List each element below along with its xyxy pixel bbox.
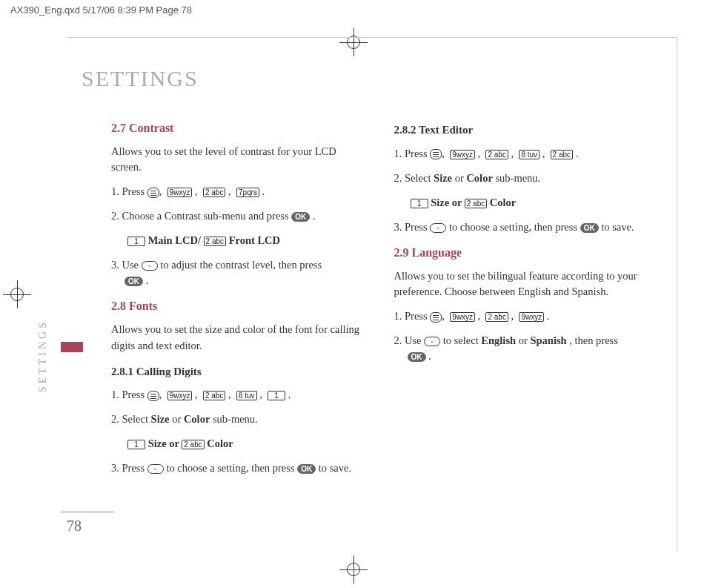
text: 1. Press bbox=[111, 185, 147, 197]
key-1: 1 bbox=[127, 237, 145, 246]
section-2-8-heading: 2.8 Fonts bbox=[111, 297, 365, 314]
nav-key-icon bbox=[430, 223, 446, 233]
text: 3. Use bbox=[111, 259, 142, 271]
section-2-8-2-step1: 1. Press , 9wxyz , 2 abc , 8 tuv , 2 abc… bbox=[394, 146, 648, 162]
nav-key-icon bbox=[424, 337, 440, 346]
section-2-7-step2: 2. Choose a Contrast sub-menu and press … bbox=[111, 208, 365, 224]
section-2-9-step2: 2. Use to select English or Spanish , th… bbox=[394, 333, 648, 364]
text: 3. Press bbox=[394, 221, 431, 233]
key-8: 8 tuv bbox=[236, 391, 257, 400]
text: Color bbox=[184, 413, 210, 425]
ok-key-icon: OK bbox=[408, 352, 426, 362]
text: to save. bbox=[601, 221, 634, 233]
text: 2. Choose a Contrast sub-menu and press bbox=[111, 210, 291, 222]
key-2: 2 abc bbox=[203, 188, 225, 197]
text: . bbox=[313, 210, 316, 222]
key-9: 9wxyz bbox=[450, 150, 475, 159]
menu-key-icon bbox=[147, 188, 159, 198]
ok-key-icon: OK bbox=[291, 212, 310, 222]
section-2-8-2-submenu: 1 Size or 2 abc Color bbox=[411, 195, 648, 211]
key-1: 1 bbox=[411, 199, 428, 208]
text: Color bbox=[207, 437, 233, 449]
text: Color bbox=[490, 196, 516, 208]
key-1: 1 bbox=[268, 391, 285, 400]
page-number: 78 bbox=[67, 518, 82, 535]
text: . bbox=[262, 185, 265, 197]
section-2-7-heading: 2.7 Contrast bbox=[111, 119, 365, 136]
nav-key-icon bbox=[142, 261, 158, 271]
key-2: 2 abc bbox=[204, 237, 226, 246]
section-2-7-submenu: 1 Main LCD/ 2 abc Front LCD bbox=[127, 233, 365, 248]
text: 3. Press bbox=[111, 462, 147, 474]
nav-key-icon bbox=[147, 464, 164, 474]
key-7: 7pqrs bbox=[236, 188, 259, 197]
section-2-7-step3: 3. Use to adjust the contrast level, the… bbox=[111, 257, 365, 288]
ok-key-icon: OK bbox=[125, 277, 143, 286]
section-2-7-intro: Allows you to set the level of contrast … bbox=[111, 144, 365, 175]
text: 2. Use bbox=[394, 334, 425, 346]
key-2: 2 abc bbox=[551, 150, 573, 159]
file-meta-header: AX390_Eng.qxd 5/17/06 8:39 PM Page 78 bbox=[10, 4, 192, 16]
text: or bbox=[519, 334, 531, 346]
menu-key-icon bbox=[147, 391, 159, 401]
section-2-8-2-heading: 2.8.2 Text Editor bbox=[394, 122, 648, 139]
text: English bbox=[481, 334, 516, 346]
key-2: 2 abc bbox=[203, 391, 225, 400]
text: to choose a setting, then press bbox=[449, 221, 580, 233]
text: . bbox=[288, 389, 291, 400]
text: or bbox=[455, 172, 467, 184]
key-9: 9wxyz bbox=[450, 312, 475, 322]
section-2-8-1-step1: 1. Press , 9wxyz , 2 abc , 8 tuv , 1 . bbox=[111, 387, 365, 403]
text: to save. bbox=[319, 462, 351, 474]
key-9: 9wxyz bbox=[167, 188, 193, 197]
section-2-8-1-step2: 2. Select Size or Color sub-menu. bbox=[111, 412, 365, 427]
text: or bbox=[172, 413, 184, 425]
text: Size bbox=[434, 172, 452, 184]
text: sub-menu. bbox=[213, 413, 258, 425]
section-2-8-2-step2: 2. Select Size or Color sub-menu. bbox=[394, 171, 648, 186]
section-2-8-intro: Allows you to set the size and color of … bbox=[111, 322, 365, 353]
text: 2. Select bbox=[394, 172, 434, 184]
text: . bbox=[576, 148, 579, 159]
key-9: 9wxyz bbox=[167, 391, 193, 400]
text: . bbox=[547, 310, 550, 322]
side-accent-bar bbox=[61, 342, 83, 352]
left-column: 2.7 Contrast Allows you to set the level… bbox=[111, 112, 365, 485]
right-column: 2.8.2 Text Editor 1. Press , 9wxyz , 2 a… bbox=[394, 112, 648, 485]
text: 1. Press bbox=[111, 389, 147, 400]
text: 2. Select bbox=[111, 413, 151, 425]
menu-key-icon bbox=[430, 312, 442, 323]
section-2-9-intro: Allows you to set the bilingual feature … bbox=[394, 268, 648, 300]
key-1: 1 bbox=[127, 440, 145, 449]
text: to adjust the contrast level, then press bbox=[160, 259, 322, 271]
crop-mark-bottom bbox=[339, 555, 368, 584]
side-tab-label: SETTINGS bbox=[37, 320, 49, 392]
content-columns: 2.7 Contrast Allows you to set the level… bbox=[67, 112, 677, 485]
ok-key-icon: OK bbox=[580, 223, 599, 233]
text: sub-menu. bbox=[495, 172, 540, 184]
text: to select bbox=[443, 334, 482, 346]
key-2: 2 abc bbox=[485, 312, 508, 322]
text: Front LCD bbox=[229, 234, 280, 246]
section-2-9-heading: 2.9 Language bbox=[394, 244, 648, 261]
text: 1. Press bbox=[394, 148, 431, 159]
text: . bbox=[146, 274, 149, 286]
text: to choose a setting, then press bbox=[166, 462, 297, 474]
text: Size bbox=[151, 413, 170, 425]
key-2: 2 abc bbox=[182, 440, 204, 449]
menu-key-icon bbox=[430, 149, 442, 159]
page-title: SETTINGS bbox=[82, 66, 677, 91]
text: Main LCD/ bbox=[148, 234, 204, 246]
text: Size or bbox=[431, 196, 465, 208]
key-2: 2 abc bbox=[465, 199, 487, 208]
section-2-8-2-step3: 3. Press to choose a setting, then press… bbox=[394, 219, 648, 235]
section-2-8-1-step3: 3. Press to choose a setting, then press… bbox=[111, 460, 365, 476]
text: , then press bbox=[569, 334, 618, 346]
text: Color bbox=[466, 172, 492, 184]
section-2-8-1-heading: 2.8.1 Calling Digits bbox=[111, 364, 365, 380]
key-8: 8 tuv bbox=[519, 150, 540, 159]
section-2-7-step1: 1. Press , 9wxyz , 2 abc , 7pqrs . bbox=[111, 184, 365, 199]
crop-mark-left bbox=[3, 280, 31, 308]
text: Spanish bbox=[530, 334, 566, 346]
key-2: 2 abc bbox=[485, 150, 508, 159]
